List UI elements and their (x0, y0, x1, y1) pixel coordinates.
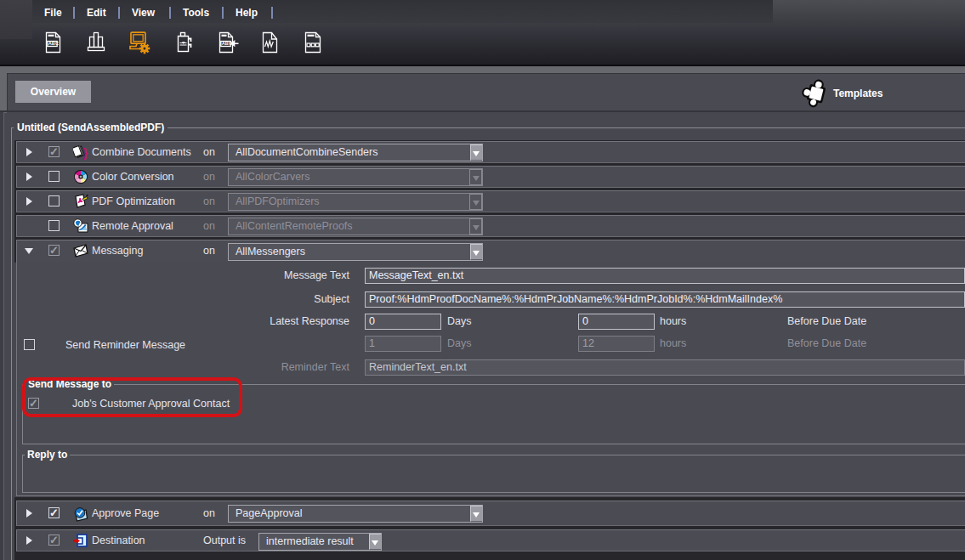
svg-text:}: } (83, 146, 88, 160)
svg-text:ABC: ABC (222, 41, 232, 46)
svg-text:ABC: ABC (48, 41, 59, 46)
